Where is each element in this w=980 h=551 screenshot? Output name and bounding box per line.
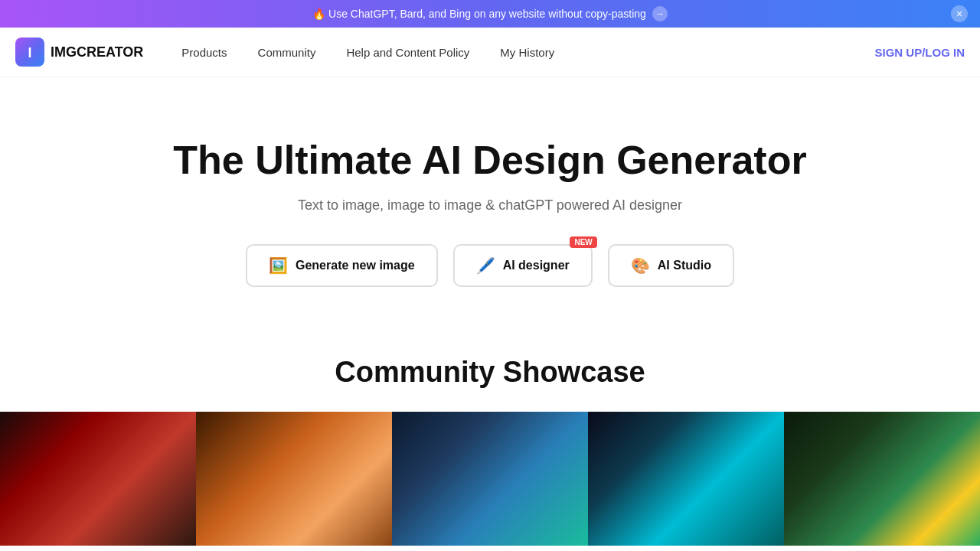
ai-studio-button[interactable]: 🎨 AI Studio: [608, 244, 734, 287]
nav-links: Products Community Help and Content Poli…: [166, 28, 874, 77]
auth-button[interactable]: SIGN UP/LOG IN: [874, 46, 965, 59]
announcement-banner: 🔥 Use ChatGPT, Bard, and Bing on any web…: [0, 0, 980, 28]
new-badge: NEW: [570, 236, 596, 248]
community-image-2[interactable]: [196, 412, 392, 546]
studio-icon: 🎨: [631, 256, 650, 275]
community-image-1[interactable]: [0, 412, 196, 546]
hero-title: The Ultimate AI Design Generator: [15, 139, 965, 182]
banner-text: 🔥 Use ChatGPT, Bard, and Bing on any web…: [312, 8, 646, 20]
banner-close-button[interactable]: ×: [951, 5, 968, 22]
logo-icon: I: [15, 37, 44, 67]
community-image-4[interactable]: [588, 412, 784, 546]
generate-icon: 🖼️: [269, 256, 288, 275]
ai-designer-button[interactable]: 🖊️ AI designer NEW: [453, 244, 593, 287]
nav-item-community[interactable]: Community: [243, 28, 332, 77]
generate-label: Generate new image: [296, 259, 415, 272]
community-image-grid: [0, 412, 980, 546]
svg-text:I: I: [28, 45, 31, 60]
cta-buttons: 🖼️ Generate new image 🖊️ AI designer NEW…: [15, 244, 965, 287]
nav-item-history[interactable]: My History: [485, 28, 570, 77]
studio-label: AI Studio: [658, 259, 711, 272]
nav-item-products[interactable]: Products: [166, 28, 242, 77]
designer-label: AI designer: [503, 259, 570, 272]
community-title: Community Showcase: [0, 356, 980, 389]
designer-icon: 🖊️: [476, 256, 495, 275]
hero-subtitle: Text to image, image to image & chatGPT …: [15, 197, 965, 214]
navbar: I IMGCREATOR Products Community Help and…: [0, 28, 980, 77]
generate-image-button[interactable]: 🖼️ Generate new image: [246, 244, 438, 287]
logo-link[interactable]: I IMGCREATOR: [15, 37, 143, 67]
community-image-3[interactable]: [392, 412, 588, 546]
community-image-5[interactable]: [784, 412, 980, 546]
banner-arrow-icon: →: [652, 6, 668, 21]
logo-text: IMGCREATOR: [51, 44, 143, 60]
nav-item-help[interactable]: Help and Content Policy: [331, 28, 485, 77]
community-section: Community Showcase: [0, 325, 980, 546]
hero-section: The Ultimate AI Design Generator Text to…: [0, 77, 980, 325]
